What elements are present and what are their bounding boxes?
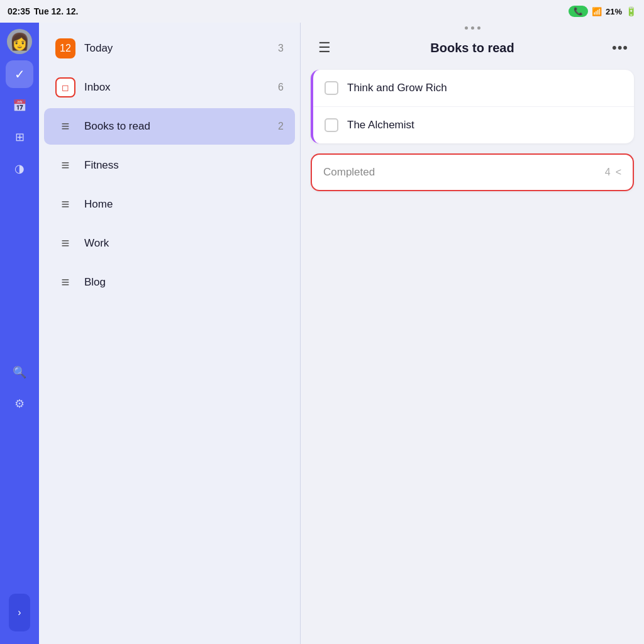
- completed-count: 4: [605, 167, 611, 178]
- status-bar: 02:35 Tue 12. 12. 📞 📶 21% 🔋: [0, 0, 644, 23]
- books-to-read-icon: ≡: [55, 116, 75, 136]
- battery-display: 21%: [606, 7, 622, 16]
- completed-chevron-icon: <: [616, 167, 621, 178]
- task-checkbox-2[interactable]: [325, 118, 338, 132]
- page-title: Books to read: [336, 41, 609, 55]
- battery-icon: 🔋: [626, 6, 636, 16]
- list-item-blog[interactable]: ≡ Blog: [44, 264, 295, 301]
- rail-item-settings[interactable]: ⚙: [6, 390, 33, 418]
- rail-item-timer[interactable]: ◑: [6, 155, 33, 182]
- calendar-icon: 📅: [13, 99, 26, 113]
- list-label-home: Home: [84, 198, 284, 211]
- dots-row: [301, 23, 644, 31]
- icon-rail: 👩 ✓ 📅 ⊞ ◑ 🔍 ⚙ ›: [0, 23, 39, 644]
- call-badge: 📞: [569, 6, 588, 17]
- list-label-books-to-read: Books to read: [84, 120, 269, 133]
- task-list: Think and Grow Rich The Alchemist: [311, 70, 634, 143]
- task-item-2: The Alchemist: [313, 107, 634, 143]
- main-content: ☰ Books to read ••• Think and Grow Rich …: [301, 23, 644, 644]
- inbox-icon: ◻: [55, 77, 75, 97]
- checkmark-icon: ✓: [14, 67, 25, 82]
- list-label-today: Today: [84, 42, 269, 55]
- chevron-right-icon: ›: [18, 607, 21, 618]
- grid-icon: ⊞: [15, 130, 25, 144]
- avatar[interactable]: 👩: [7, 29, 32, 54]
- app-container: 👩 ✓ 📅 ⊞ ◑ 🔍 ⚙ › 12 Today: [0, 23, 644, 644]
- search-icon: 🔍: [13, 365, 26, 379]
- status-right: 📞 📶 21% 🔋: [569, 6, 636, 17]
- list-item-fitness[interactable]: ≡ Fitness: [44, 147, 295, 184]
- completed-label: Completed: [323, 166, 605, 179]
- completed-section[interactable]: Completed 4 <: [311, 153, 634, 191]
- more-options-button[interactable]: •••: [609, 40, 631, 56]
- dot1: [465, 26, 468, 30]
- today-icon: 12: [55, 38, 75, 58]
- rail-item-calendar[interactable]: 📅: [6, 92, 33, 119]
- task-label-1: Think and Grow Rich: [347, 82, 447, 94]
- settings-icon: ⚙: [14, 397, 25, 411]
- time-display: 02:35: [8, 6, 30, 16]
- list-item-books-to-read[interactable]: ≡ Books to read 2: [44, 108, 295, 145]
- list-label-work: Work: [84, 237, 284, 250]
- wifi-icon: 📶: [592, 7, 602, 16]
- list-item-work[interactable]: ≡ Work: [44, 225, 295, 262]
- work-icon: ≡: [55, 233, 75, 253]
- collapse-button[interactable]: ›: [9, 594, 30, 631]
- list-label-fitness: Fitness: [84, 159, 284, 172]
- dot2: [471, 26, 474, 30]
- rail-item-tasks[interactable]: ✓: [6, 60, 33, 88]
- phone-icon: 📞: [574, 7, 583, 16]
- list-count-inbox: 6: [278, 82, 284, 93]
- list-item-today[interactable]: 12 Today 3: [44, 30, 295, 67]
- list-count-today: 3: [278, 43, 284, 54]
- task-label-2: The Alchemist: [347, 119, 414, 131]
- task-item-1: Think and Grow Rich: [313, 70, 634, 107]
- lists-panel: 12 Today 3 ◻ Inbox 6 ≡ Books to read 2 ≡…: [39, 23, 300, 644]
- status-left: 02:35 Tue 12. 12.: [8, 6, 78, 16]
- task-checkbox-1[interactable]: [325, 81, 338, 95]
- fitness-icon: ≡: [55, 155, 75, 175]
- list-label-inbox: Inbox: [84, 81, 269, 94]
- main-header: ☰ Books to read •••: [301, 31, 644, 65]
- list-item-home[interactable]: ≡ Home: [44, 186, 295, 223]
- date-display: Tue 12. 12.: [34, 6, 79, 16]
- rail-item-grid[interactable]: ⊞: [6, 123, 33, 151]
- timer-icon: ◑: [14, 162, 25, 175]
- menu-button[interactable]: ☰: [313, 40, 336, 56]
- home-icon: ≡: [55, 194, 75, 214]
- rail-item-search[interactable]: 🔍: [6, 358, 33, 386]
- list-item-inbox[interactable]: ◻ Inbox 6: [44, 69, 295, 106]
- list-count-books-to-read: 2: [278, 121, 284, 132]
- blog-icon: ≡: [55, 272, 75, 292]
- dot3: [477, 26, 480, 30]
- list-label-blog: Blog: [84, 276, 284, 289]
